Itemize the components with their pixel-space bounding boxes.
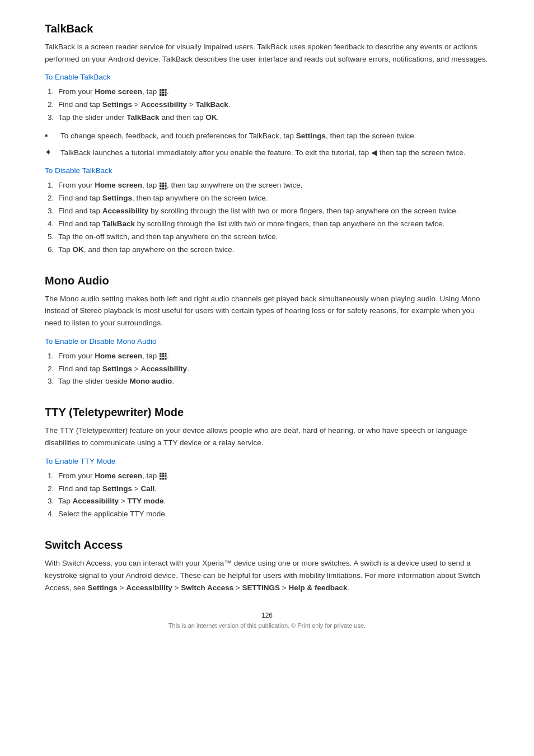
- step-item: Tap the on-off switch, and then tap anyw…: [56, 231, 489, 244]
- svg-rect-10: [162, 183, 165, 185]
- svg-rect-24: [160, 358, 162, 360]
- step-item: From your Home screen, tap , then tap an…: [56, 179, 489, 192]
- svg-rect-9: [160, 183, 162, 185]
- svg-rect-18: [160, 353, 162, 355]
- svg-rect-34: [162, 478, 165, 480]
- subsection-title-enable-tty: To Enable TTY Mode: [45, 457, 489, 465]
- footer-note: This is an internet version of this publ…: [168, 622, 366, 629]
- section-title-mono-audio: Mono Audio: [45, 274, 489, 287]
- grid-icon: [159, 87, 167, 96]
- note-tutorial: ✦ TalkBack launches a tutorial immediate…: [45, 147, 489, 159]
- svg-rect-28: [162, 473, 165, 475]
- page-footer: 126 This is an internet version of this …: [45, 612, 489, 629]
- note-icon-star: ✦: [45, 147, 56, 157]
- svg-rect-33: [160, 478, 162, 480]
- svg-rect-5: [165, 91, 167, 94]
- svg-rect-1: [162, 89, 165, 91]
- svg-rect-11: [165, 183, 167, 185]
- subsection-title-enable-talkback: To Enable TalkBack: [45, 73, 489, 81]
- step-item: Find and tap TalkBack by scrolling throu…: [56, 218, 489, 231]
- section-intro-mono-audio: The Mono audio setting makes both left a…: [45, 293, 489, 329]
- svg-rect-20: [165, 353, 167, 355]
- svg-rect-25: [162, 358, 165, 360]
- grid-icon: [159, 472, 167, 480]
- section-switch-access: Switch Access With Switch Access, you ca…: [45, 539, 489, 594]
- svg-rect-17: [165, 188, 167, 190]
- svg-rect-8: [165, 94, 167, 96]
- note-text-tutorial: TalkBack launches a tutorial immediately…: [60, 147, 466, 159]
- step-item: Find and tap Settings, then tap anywhere…: [56, 192, 489, 205]
- svg-rect-6: [160, 94, 162, 96]
- step-item: Find and tap Settings > Call.: [56, 483, 489, 496]
- step-item: Select the applicable TTY mode.: [56, 508, 489, 521]
- svg-rect-19: [162, 353, 165, 355]
- svg-rect-22: [162, 356, 165, 358]
- svg-rect-23: [165, 356, 167, 358]
- step-item: From your Home screen, tap .: [56, 470, 489, 483]
- step-item: Tap Accessibility > TTY mode.: [56, 495, 489, 508]
- grid-icon: [159, 181, 167, 189]
- svg-rect-14: [165, 185, 167, 187]
- section-title-switch-access: Switch Access: [45, 539, 489, 552]
- note-text-settings: To change speech, feedback, and touch pr…: [60, 130, 416, 142]
- step-item: From your Home screen, tap .: [56, 350, 489, 363]
- subsection-title-enable-mono: To Enable or Disable Mono Audio: [45, 337, 489, 346]
- step-item: From your Home screen, tap .: [56, 86, 489, 99]
- svg-rect-31: [162, 475, 165, 478]
- page-number: 126: [45, 612, 489, 619]
- svg-rect-12: [160, 185, 162, 187]
- note-settings: ▪ To change speech, feedback, and touch …: [45, 130, 489, 142]
- svg-rect-16: [162, 188, 165, 190]
- subsection-title-disable-talkback: To Disable TalkBack: [45, 166, 489, 175]
- tty-steps: From your Home screen, tap . Find and ta…: [56, 470, 489, 521]
- svg-rect-4: [162, 91, 165, 94]
- step-item: Find and tap Accessibility by scrolling …: [56, 205, 489, 218]
- step-item: Tap OK, and then tap anywhere on the scr…: [56, 244, 489, 256]
- svg-rect-0: [160, 89, 162, 91]
- svg-rect-30: [160, 475, 162, 478]
- enable-talkback-steps: From your Home screen, tap . Find and ta…: [56, 86, 489, 124]
- section-intro-switch-access: With Switch Access, you can interact wit…: [45, 557, 489, 594]
- section-talkback: TalkBack TalkBack is a screen reader ser…: [45, 22, 489, 256]
- svg-rect-29: [165, 473, 167, 475]
- svg-rect-21: [160, 356, 162, 358]
- svg-rect-7: [162, 94, 165, 96]
- svg-rect-27: [160, 473, 162, 475]
- mono-audio-steps: From your Home screen, tap . Find and ta…: [56, 350, 489, 389]
- step-item: Find and tap Settings > Accessibility.: [56, 363, 489, 376]
- svg-rect-13: [162, 185, 165, 187]
- section-intro-tty: The TTY (Teletypewriter) feature on your…: [45, 424, 489, 449]
- back-icon: ◀: [371, 148, 377, 157]
- svg-rect-26: [165, 358, 167, 360]
- svg-rect-2: [165, 89, 167, 91]
- disable-talkback-steps: From your Home screen, tap , then tap an…: [56, 179, 489, 256]
- step-item: Tap the slider beside Mono audio.: [56, 375, 489, 388]
- svg-rect-35: [165, 478, 167, 480]
- section-mono-audio: Mono Audio The Mono audio setting makes …: [45, 274, 489, 389]
- step-item: Find and tap Settings > Accessibility > …: [56, 99, 489, 111]
- section-title-talkback: TalkBack: [45, 22, 489, 35]
- section-tty-mode: TTY (Teletypewriter) Mode The TTY (Telet…: [45, 406, 489, 521]
- svg-rect-32: [165, 475, 167, 478]
- page: TalkBack TalkBack is a screen reader ser…: [0, 0, 534, 756]
- step-item: Tap the slider under TalkBack and then t…: [56, 111, 489, 124]
- note-icon-exclamation: ▪: [45, 130, 56, 140]
- svg-rect-3: [160, 91, 162, 94]
- section-title-tty: TTY (Teletypewriter) Mode: [45, 406, 489, 419]
- svg-rect-15: [160, 188, 162, 190]
- section-intro-talkback: TalkBack is a screen reader service for …: [45, 41, 489, 65]
- grid-icon: [159, 352, 167, 360]
